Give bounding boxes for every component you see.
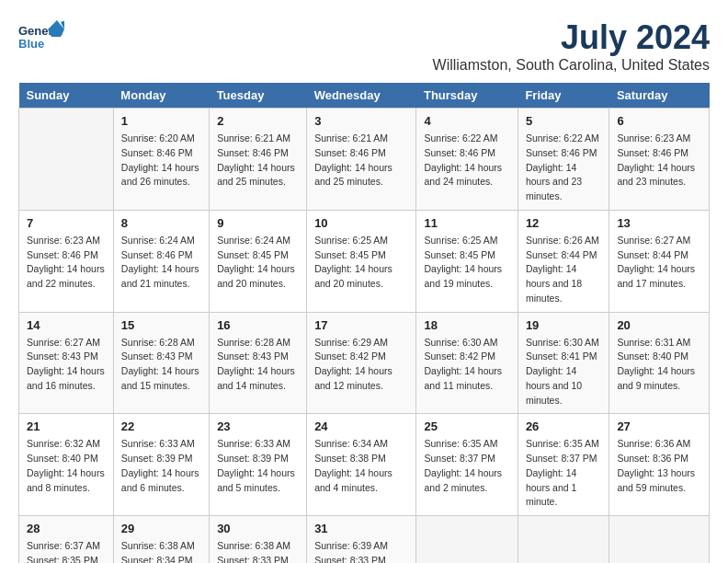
calendar-cell: 2 Sunrise: 6:21 AMSunset: 8:46 PMDayligh… (210, 109, 307, 211)
day-info: Sunrise: 6:26 AMSunset: 8:44 PMDaylight:… (526, 234, 602, 306)
day-info: Sunrise: 6:37 AMSunset: 8:35 PMDaylight:… (27, 539, 106, 563)
day-info: Sunrise: 6:38 AMSunset: 8:34 PMDaylight:… (121, 539, 201, 563)
week-row-5: 28 Sunrise: 6:37 AMSunset: 8:35 PMDaylig… (19, 516, 710, 564)
calendar-cell: 31 Sunrise: 6:39 AMSunset: 8:33 PMDaylig… (307, 516, 416, 564)
day-info: Sunrise: 6:21 AMSunset: 8:46 PMDaylight:… (217, 132, 299, 190)
day-number: 14 (27, 318, 106, 332)
day-info: Sunrise: 6:35 AMSunset: 8:37 PMDaylight:… (526, 437, 602, 510)
day-number: 3 (314, 114, 408, 128)
day-number: 20 (617, 318, 701, 332)
day-number: 19 (526, 318, 602, 332)
week-row-3: 14 Sunrise: 6:27 AMSunset: 8:43 PMDaylig… (19, 312, 710, 414)
day-info: Sunrise: 6:25 AMSunset: 8:45 PMDaylight:… (314, 234, 408, 292)
day-info: Sunrise: 6:27 AMSunset: 8:43 PMDaylight:… (27, 336, 106, 394)
column-header-monday: Monday (113, 83, 209, 109)
calendar-cell: 7 Sunrise: 6:23 AMSunset: 8:46 PMDayligh… (19, 210, 114, 312)
day-info: Sunrise: 6:23 AMSunset: 8:46 PMDaylight:… (27, 234, 106, 292)
day-number: 10 (314, 216, 408, 230)
svg-text:Blue: Blue (18, 37, 44, 51)
day-number: 18 (424, 318, 509, 332)
calendar-cell: 22 Sunrise: 6:33 AMSunset: 8:39 PMDaylig… (113, 414, 209, 516)
column-header-wednesday: Wednesday (307, 83, 416, 109)
week-row-2: 7 Sunrise: 6:23 AMSunset: 8:46 PMDayligh… (19, 210, 710, 312)
calendar-header-row: SundayMondayTuesdayWednesdayThursdayFrid… (19, 83, 710, 109)
calendar-cell: 10 Sunrise: 6:25 AMSunset: 8:45 PMDaylig… (307, 210, 416, 312)
day-info: Sunrise: 6:22 AMSunset: 8:46 PMDaylight:… (424, 132, 509, 190)
calendar-cell: 8 Sunrise: 6:24 AMSunset: 8:46 PMDayligh… (113, 210, 209, 312)
calendar-cell: 14 Sunrise: 6:27 AMSunset: 8:43 PMDaylig… (19, 312, 114, 414)
day-info: Sunrise: 6:24 AMSunset: 8:46 PMDaylight:… (121, 234, 201, 292)
week-row-1: 1 Sunrise: 6:20 AMSunset: 8:46 PMDayligh… (19, 109, 710, 211)
day-info: Sunrise: 6:20 AMSunset: 8:46 PMDaylight:… (121, 132, 201, 190)
day-info: Sunrise: 6:30 AMSunset: 8:41 PMDaylight:… (526, 336, 602, 408)
calendar-cell: 27 Sunrise: 6:36 AMSunset: 8:36 PMDaylig… (609, 414, 710, 516)
calendar-cell: 1 Sunrise: 6:20 AMSunset: 8:46 PMDayligh… (113, 109, 209, 211)
day-number: 26 (526, 419, 602, 433)
day-info: Sunrise: 6:32 AMSunset: 8:40 PMDaylight:… (27, 437, 106, 495)
logo: General Blue (18, 18, 64, 55)
day-number: 29 (121, 522, 201, 535)
day-number: 17 (314, 318, 408, 332)
calendar-cell: 11 Sunrise: 6:25 AMSunset: 8:45 PMDaylig… (416, 210, 518, 312)
calendar-cell: 16 Sunrise: 6:28 AMSunset: 8:43 PMDaylig… (210, 312, 307, 414)
calendar-cell: 12 Sunrise: 6:26 AMSunset: 8:44 PMDaylig… (518, 210, 609, 312)
day-number: 15 (121, 318, 201, 332)
day-info: Sunrise: 6:34 AMSunset: 8:38 PMDaylight:… (314, 437, 408, 495)
day-number: 8 (121, 216, 201, 230)
calendar-cell (518, 516, 609, 564)
logo-svg: General Blue (18, 18, 64, 55)
day-info: Sunrise: 6:33 AMSunset: 8:39 PMDaylight:… (217, 437, 299, 495)
day-number: 25 (424, 419, 509, 433)
calendar-cell: 13 Sunrise: 6:27 AMSunset: 8:44 PMDaylig… (609, 210, 710, 312)
day-info: Sunrise: 6:22 AMSunset: 8:46 PMDaylight:… (526, 132, 602, 204)
day-info: Sunrise: 6:33 AMSunset: 8:39 PMDaylight:… (121, 437, 201, 495)
calendar-cell: 29 Sunrise: 6:38 AMSunset: 8:34 PMDaylig… (113, 516, 209, 564)
day-info: Sunrise: 6:27 AMSunset: 8:44 PMDaylight:… (617, 234, 701, 292)
day-number: 30 (217, 522, 299, 535)
day-number: 11 (424, 216, 509, 230)
calendar-cell: 3 Sunrise: 6:21 AMSunset: 8:46 PMDayligh… (307, 109, 416, 211)
subtitle: Williamston, South Carolina, United Stat… (433, 57, 710, 74)
calendar-cell: 6 Sunrise: 6:23 AMSunset: 8:46 PMDayligh… (609, 109, 710, 211)
column-header-friday: Friday (518, 83, 609, 109)
day-info: Sunrise: 6:21 AMSunset: 8:46 PMDaylight:… (314, 132, 408, 190)
day-info: Sunrise: 6:36 AMSunset: 8:36 PMDaylight:… (617, 437, 701, 495)
day-number: 24 (314, 419, 408, 433)
day-number: 16 (217, 318, 299, 332)
calendar-cell: 26 Sunrise: 6:35 AMSunset: 8:37 PMDaylig… (518, 414, 609, 516)
calendar-cell: 19 Sunrise: 6:30 AMSunset: 8:41 PMDaylig… (518, 312, 609, 414)
calendar-cell: 15 Sunrise: 6:28 AMSunset: 8:43 PMDaylig… (113, 312, 209, 414)
calendar-cell: 25 Sunrise: 6:35 AMSunset: 8:37 PMDaylig… (416, 414, 518, 516)
day-info: Sunrise: 6:39 AMSunset: 8:33 PMDaylight:… (314, 539, 408, 563)
day-number: 2 (217, 114, 299, 128)
day-number: 31 (314, 522, 408, 535)
day-number: 7 (27, 216, 106, 230)
calendar-table: SundayMondayTuesdayWednesdayThursdayFrid… (18, 83, 710, 563)
day-number: 28 (27, 522, 106, 535)
day-number: 22 (121, 419, 201, 433)
calendar-cell (19, 109, 114, 211)
day-number: 9 (217, 216, 299, 230)
day-number: 1 (121, 114, 201, 128)
calendar-cell: 28 Sunrise: 6:37 AMSunset: 8:35 PMDaylig… (19, 516, 114, 564)
calendar-cell: 30 Sunrise: 6:38 AMSunset: 8:33 PMDaylig… (210, 516, 307, 564)
main-title: July 2024 (433, 18, 710, 57)
day-info: Sunrise: 6:24 AMSunset: 8:45 PMDaylight:… (217, 234, 299, 292)
column-header-tuesday: Tuesday (210, 83, 307, 109)
day-number: 12 (526, 216, 602, 230)
day-info: Sunrise: 6:23 AMSunset: 8:46 PMDaylight:… (617, 132, 701, 190)
calendar-cell: 9 Sunrise: 6:24 AMSunset: 8:45 PMDayligh… (210, 210, 307, 312)
day-number: 13 (617, 216, 701, 230)
calendar-cell: 17 Sunrise: 6:29 AMSunset: 8:42 PMDaylig… (307, 312, 416, 414)
calendar-cell: 4 Sunrise: 6:22 AMSunset: 8:46 PMDayligh… (416, 109, 518, 211)
day-info: Sunrise: 6:31 AMSunset: 8:40 PMDaylight:… (617, 336, 701, 394)
day-number: 27 (617, 419, 701, 433)
day-info: Sunrise: 6:29 AMSunset: 8:42 PMDaylight:… (314, 336, 408, 394)
header: General Blue July 2024 Williamston, Sout… (18, 18, 710, 74)
week-row-4: 21 Sunrise: 6:32 AMSunset: 8:40 PMDaylig… (19, 414, 710, 516)
calendar-cell: 5 Sunrise: 6:22 AMSunset: 8:46 PMDayligh… (518, 109, 609, 211)
day-info: Sunrise: 6:28 AMSunset: 8:43 PMDaylight:… (217, 336, 299, 394)
day-info: Sunrise: 6:28 AMSunset: 8:43 PMDaylight:… (121, 336, 201, 394)
column-header-thursday: Thursday (416, 83, 518, 109)
day-info: Sunrise: 6:38 AMSunset: 8:33 PMDaylight:… (217, 539, 299, 563)
